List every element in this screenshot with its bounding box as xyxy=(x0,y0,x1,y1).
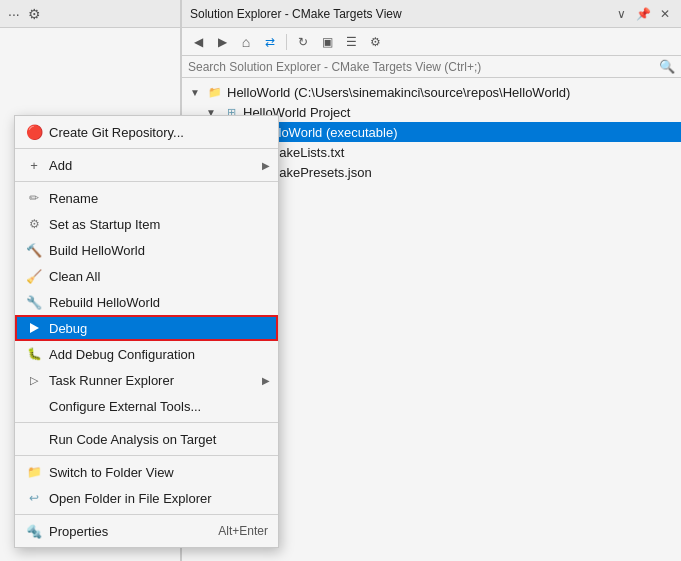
submenu-arrow-add: ▶ xyxy=(262,160,270,171)
title-icon-group: ∨ 📌 ✕ xyxy=(613,7,673,21)
menu-label-open-folder: Open Folder in File Explorer xyxy=(49,491,212,506)
folder-icon: 📁 xyxy=(206,84,224,100)
tree-expand-arrow: ▼ xyxy=(190,87,206,98)
switch-folder-icon: 📁 xyxy=(23,463,45,481)
analysis-icon xyxy=(23,430,45,448)
filter-button[interactable]: ☰ xyxy=(341,32,361,52)
menu-label-clean: Clean All xyxy=(49,269,100,284)
solution-explorer-title: Solution Explorer - CMake Targets View xyxy=(190,7,402,21)
search-bar: 🔍 xyxy=(182,56,681,78)
left-panel-toolbar: ··· ⚙ xyxy=(0,0,180,28)
refresh-button[interactable]: ↻ xyxy=(293,32,313,52)
properties-shortcut: Alt+Enter xyxy=(218,524,268,538)
play-icon xyxy=(23,319,45,337)
git-icon: 🔴 xyxy=(23,123,45,141)
menu-item-add-debug-config[interactable]: 🐛 Add Debug Configuration xyxy=(15,341,278,367)
tree-root-label: HelloWorld (C:\Users\sinemakinci\source\… xyxy=(227,85,570,100)
toolbar-separator-1 xyxy=(286,34,287,50)
menu-label-build: Build HelloWorld xyxy=(49,243,145,258)
more-options-icon[interactable]: ··· xyxy=(8,6,20,22)
settings-button[interactable]: ⚙ xyxy=(365,32,385,52)
rebuild-icon: 🔧 xyxy=(23,293,45,311)
close-icon[interactable]: ✕ xyxy=(657,7,673,21)
properties-icon: 🔩 xyxy=(23,522,45,540)
menu-label-run-analysis: Run Code Analysis on Target xyxy=(49,432,216,447)
open-folder-icon: ↩ xyxy=(23,489,45,507)
collapse-button[interactable]: ▣ xyxy=(317,32,337,52)
menu-item-set-startup[interactable]: ⚙ Set as Startup Item xyxy=(15,211,278,237)
menu-label-rename: Rename xyxy=(49,191,98,206)
menu-item-run-analysis[interactable]: Run Code Analysis on Target xyxy=(15,426,278,452)
search-input[interactable] xyxy=(188,60,659,74)
menu-item-clean[interactable]: 🧹 Clean All xyxy=(15,263,278,289)
menu-separator-5 xyxy=(15,514,278,515)
submenu-arrow-task-runner: ▶ xyxy=(262,375,270,386)
solution-explorer-toolbar: ◀ ▶ ⌂ ⇄ ↻ ▣ ☰ ⚙ xyxy=(182,28,681,56)
menu-separator-2 xyxy=(15,181,278,182)
clean-icon: 🧹 xyxy=(23,267,45,285)
back-button[interactable]: ◀ xyxy=(188,32,208,52)
solution-explorer-titlebar: Solution Explorer - CMake Targets View ∨… xyxy=(182,0,681,28)
menu-label-create-git: Create Git Repository... xyxy=(49,125,184,140)
debug-add-icon: 🐛 xyxy=(23,345,45,363)
menu-separator-3 xyxy=(15,422,278,423)
menu-item-task-runner[interactable]: ▷ Task Runner Explorer ▶ xyxy=(15,367,278,393)
menu-label-properties: Properties xyxy=(49,524,108,539)
rename-icon: ✏ xyxy=(23,189,45,207)
menu-label-configure-tools: Configure External Tools... xyxy=(49,399,201,414)
sync-button[interactable]: ⇄ xyxy=(260,32,280,52)
menu-item-debug[interactable]: Debug xyxy=(15,315,278,341)
menu-label-add-debug-config: Add Debug Configuration xyxy=(49,347,195,362)
menu-label-debug: Debug xyxy=(49,321,87,336)
menu-item-add[interactable]: + Add ▶ xyxy=(15,152,278,178)
menu-item-build[interactable]: 🔨 Build HelloWorld xyxy=(15,237,278,263)
menu-separator-1 xyxy=(15,148,278,149)
tree-root-item[interactable]: ▼ 📁 HelloWorld (C:\Users\sinemakinci\sou… xyxy=(182,82,681,102)
add-icon: + xyxy=(23,156,45,174)
menu-item-properties[interactable]: 🔩 Properties Alt+Enter xyxy=(15,518,278,544)
tree-executable-label: HelloWorld (executable) xyxy=(259,125,398,140)
menu-label-task-runner: Task Runner Explorer xyxy=(49,373,174,388)
home-button[interactable]: ⌂ xyxy=(236,32,256,52)
forward-button[interactable]: ▶ xyxy=(212,32,232,52)
menu-label-switch-folder: Switch to Folder View xyxy=(49,465,174,480)
menu-item-rename[interactable]: ✏ Rename xyxy=(15,185,278,211)
chevron-down-icon[interactable]: ∨ xyxy=(613,7,629,21)
menu-item-configure-tools[interactable]: Configure External Tools... xyxy=(15,393,278,419)
menu-label-add: Add xyxy=(49,158,72,173)
gear-icon[interactable]: ⚙ xyxy=(28,6,41,22)
build-icon: 🔨 xyxy=(23,241,45,259)
startup-icon: ⚙ xyxy=(23,215,45,233)
menu-item-open-folder[interactable]: ↩ Open Folder in File Explorer xyxy=(15,485,278,511)
search-icon[interactable]: 🔍 xyxy=(659,59,675,74)
menu-label-set-startup: Set as Startup Item xyxy=(49,217,160,232)
configure-icon xyxy=(23,397,45,415)
runner-icon: ▷ xyxy=(23,371,45,389)
menu-item-switch-folder[interactable]: 📁 Switch to Folder View xyxy=(15,459,278,485)
pin-icon[interactable]: 📌 xyxy=(635,7,651,21)
context-menu: 🔴 Create Git Repository... + Add ▶ ✏ Ren… xyxy=(14,115,279,548)
menu-label-rebuild: Rebuild HelloWorld xyxy=(49,295,160,310)
menu-separator-4 xyxy=(15,455,278,456)
menu-item-create-git[interactable]: 🔴 Create Git Repository... xyxy=(15,119,278,145)
menu-item-rebuild[interactable]: 🔧 Rebuild HelloWorld xyxy=(15,289,278,315)
